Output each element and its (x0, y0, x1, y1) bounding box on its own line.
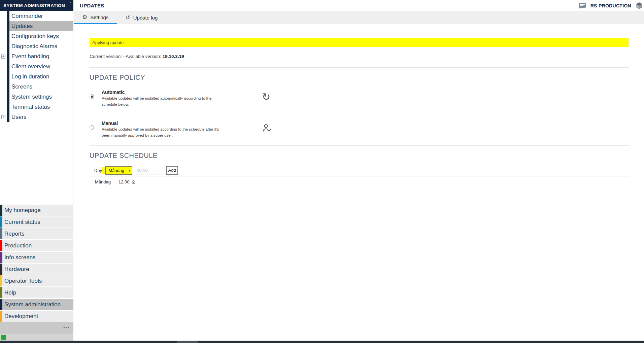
module-item-label: Hardware (4, 266, 29, 272)
sidebar-item-commander[interactable]: Commander (9, 11, 73, 21)
highlight-overlay (102, 167, 105, 174)
app-header: SYSTEM ADMINISTRATION × (0, 0, 73, 11)
sidebar-accent-bar (7, 11, 9, 122)
sidebar-item-updates[interactable]: Updates (9, 21, 73, 31)
sidebar-item-label: Users (11, 114, 26, 120)
automatic-radio[interactable] (90, 94, 94, 99)
sidebar-item-system-settings[interactable]: System settings (9, 92, 73, 102)
brand-name: RS PRODUCTION (590, 3, 631, 8)
sidebar-item-label: Screens (11, 83, 32, 90)
sidebar-item-users[interactable]: + Users (9, 112, 73, 122)
module-color-bar (0, 275, 2, 286)
bottom-bar-segment (177, 341, 198, 343)
time-input[interactable] (136, 166, 164, 174)
module-item-label: Info screens (4, 254, 36, 261)
tab-strip: ⚙ Settings ↺ Update log (74, 11, 644, 24)
sidebar-item-configuration-keys[interactable]: Configuration keys (9, 31, 73, 41)
module-nav: My homepage Current status Reports Produ… (0, 205, 73, 322)
refresh-icon: ↻ (262, 92, 270, 102)
module-item-label: System administration (4, 301, 61, 308)
module-color-bar (0, 216, 2, 228)
sidebar-item-terminal-status[interactable]: Terminal status (9, 102, 73, 112)
module-color-bar (0, 240, 2, 251)
policy-option-manual: Manual Available updates will be install… (90, 120, 629, 138)
module-item-development[interactable]: Development (0, 311, 73, 322)
sidebar-item-label: Client overview (11, 63, 50, 70)
divider (90, 67, 629, 68)
option-text: Manual Available updates will be install… (102, 120, 262, 138)
remove-entry-icon[interactable]: ⊗ (132, 179, 136, 184)
module-item-production[interactable]: Production (0, 240, 73, 251)
module-item-label: Help (4, 289, 16, 296)
day-select[interactable]: Måndag ▾ (105, 166, 132, 175)
tab-update-log[interactable]: ↺ Update log (117, 11, 166, 24)
day-select-value: Måndag (108, 168, 124, 173)
sidebar-item-log-in-duration[interactable]: Log in duration (9, 72, 73, 82)
schedule-add-row: Day Måndag ▾ Add (94, 166, 629, 175)
module-color-bar (0, 205, 2, 216)
module-item-system-administration[interactable]: System administration (0, 299, 73, 310)
module-item-info-screens[interactable]: Info screens (0, 252, 73, 263)
sidebar-item-label: Configuration keys (11, 33, 59, 39)
applying-update-banner: Applying update (90, 38, 629, 47)
entry-day: Måndag (95, 179, 117, 184)
status-indicator (1, 335, 6, 340)
sidebar-item-label: Commander (11, 13, 43, 19)
sidebar-item-label: Log in duration (11, 73, 49, 80)
module-item-label: Reports (4, 231, 25, 237)
sidebar-item-label: Terminal status (11, 104, 50, 110)
policy-option-automatic: Automatic Available updates will be inst… (90, 89, 629, 107)
module-item-current-status[interactable]: Current status (0, 216, 73, 228)
day-select-wrap: Måndag ▾ (105, 166, 132, 175)
available-version-label: - Available version: (123, 54, 163, 59)
module-item-label: My homepage (4, 207, 41, 213)
overflow-ellipsis-icon[interactable]: ••• (63, 325, 70, 330)
expand-plus-icon[interactable]: + (1, 55, 5, 59)
module-item-label: Current status (4, 219, 40, 225)
page-title: UPDATES (80, 0, 104, 11)
close-icon[interactable]: × (69, 1, 71, 5)
history-icon: ↺ (125, 15, 130, 21)
sidebar-footer: ••• (0, 322, 73, 334)
module-item-my-homepage[interactable]: My homepage (0, 205, 73, 216)
module-item-hardware[interactable]: Hardware (0, 264, 73, 275)
module-color-bar (0, 287, 2, 298)
sidebar-item-client-overview[interactable]: Client overview (9, 62, 73, 72)
sidebar-item-event-handling[interactable]: + Event handling (9, 52, 73, 62)
sidebar-item-diagnostic-alarms[interactable]: Diagnostic Alarms (9, 41, 73, 52)
version-line: Current version: - Available version: 19… (90, 53, 629, 60)
chat-icon[interactable] (578, 2, 586, 9)
tab-label: Update log (133, 15, 158, 21)
option-description: Available updates will be installed acco… (102, 127, 262, 138)
schedule-entry-row: Måndag 12:00 ⊗ (95, 179, 629, 184)
sidebar-item-screens[interactable]: Screens (9, 82, 73, 92)
current-version-label: Current version: (90, 54, 123, 59)
entry-time: 12:00 (118, 179, 130, 184)
module-color-bar (0, 264, 2, 275)
manual-radio[interactable] (90, 125, 94, 130)
module-color-bar (0, 311, 2, 322)
bottom-bar (0, 341, 644, 343)
add-button[interactable]: Add (166, 166, 178, 175)
option-name: Manual (102, 120, 262, 127)
brand-logo-icon[interactable] (636, 2, 643, 9)
settings-panel: Applying update Current version: - Avail… (74, 24, 644, 341)
expand-plus-icon[interactable]: + (1, 115, 5, 119)
admin-nav: Commander Updates Configuration keys Dia… (9, 11, 73, 122)
module-item-operator-tools[interactable]: Operator Tools (0, 275, 73, 286)
module-color-bar (0, 228, 2, 239)
gear-icon: ⚙ (82, 14, 87, 20)
titlebar: SYSTEM ADMINISTRATION × UPDATES RS PRODU… (0, 0, 644, 11)
left-sidebar: Commander Updates Configuration keys Dia… (0, 11, 73, 341)
sidebar-splitter-handle[interactable]: ···· (0, 200, 73, 204)
module-color-bar (0, 252, 2, 263)
sidebar-item-label: Diagnostic Alarms (11, 43, 57, 49)
module-item-label: Production (4, 242, 32, 249)
option-text: Automatic Available updates will be inst… (102, 89, 262, 107)
sidebar-item-label: System settings (11, 94, 52, 100)
module-item-help[interactable]: Help (0, 287, 73, 298)
option-name: Automatic (102, 89, 262, 96)
tab-label: Settings (90, 14, 108, 20)
module-item-reports[interactable]: Reports (0, 228, 73, 239)
tab-settings[interactable]: ⚙ Settings (74, 11, 117, 24)
